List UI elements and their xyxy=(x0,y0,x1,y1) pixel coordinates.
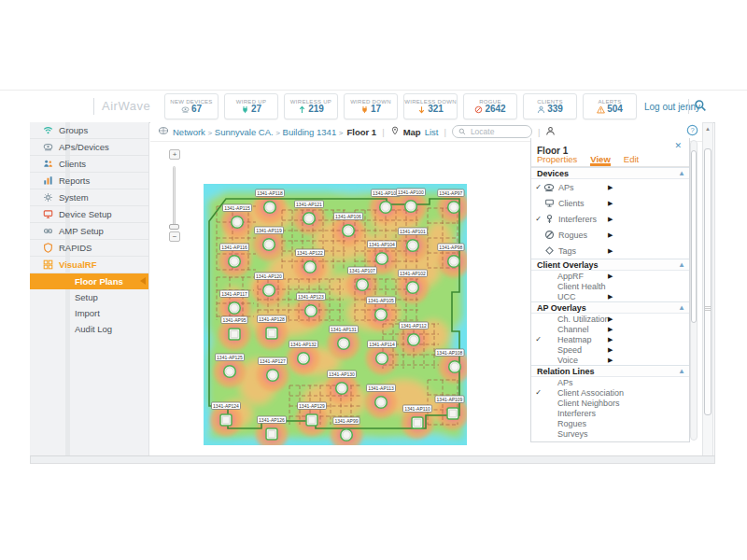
floor-plan-canvas[interactable]: 1341-AP1181341-AP1151341-AP1211341-AP103… xyxy=(204,184,467,445)
ap-marker[interactable] xyxy=(266,428,277,440)
ap-marker[interactable] xyxy=(357,279,369,291)
sidebar-subitem-audit-log[interactable]: Audit Log xyxy=(30,321,148,337)
sidebar-item-aps-devices[interactable]: APs/Devices xyxy=(30,139,148,156)
map-view-toggle[interactable]: Map xyxy=(403,127,421,137)
panel-row-rogues[interactable]: Rogues xyxy=(531,418,689,428)
ap-marker[interactable] xyxy=(232,217,244,229)
expand-arrow-icon[interactable]: ▶ xyxy=(608,357,613,364)
ap-marker[interactable] xyxy=(220,414,232,426)
panel-row-channel[interactable]: Channel▶ xyxy=(531,324,689,334)
ap-marker[interactable] xyxy=(336,383,348,395)
ap-marker[interactable] xyxy=(224,366,236,378)
ap-marker[interactable] xyxy=(375,309,388,321)
panel-scrollbar-thumb[interactable] xyxy=(691,150,697,323)
panel-row-interferers[interactable]: ✓Interferers▶ xyxy=(531,211,689,227)
ap-marker[interactable] xyxy=(304,261,317,273)
stat-box-wired-down[interactable]: WIRED DOWN 17 xyxy=(344,93,398,119)
ap-marker[interactable] xyxy=(447,408,458,419)
panel-row-voice[interactable]: Voice▶ xyxy=(531,355,689,365)
ap-marker[interactable] xyxy=(341,429,353,441)
horizontal-scrollbar[interactable] xyxy=(30,455,715,464)
ap-marker[interactable] xyxy=(263,239,275,251)
stat-box-rogue[interactable]: ROGUE 2642 xyxy=(463,93,517,119)
sidebar-item-reports[interactable]: Reports xyxy=(30,173,148,189)
panel-row-surveys[interactable]: Surveys xyxy=(531,428,689,439)
sidebar-subitem-setup[interactable]: Setup xyxy=(30,289,148,305)
ap-marker[interactable] xyxy=(408,334,420,346)
stat-box-alerts[interactable]: ALERTS 504 xyxy=(583,93,637,119)
sidebar-subitem-import[interactable]: Import xyxy=(30,305,148,321)
ap-marker[interactable] xyxy=(305,305,317,317)
ap-marker[interactable] xyxy=(338,338,350,350)
sidebar-item-device-setup[interactable]: Device Setup xyxy=(30,206,148,223)
stat-box-wired-up[interactable]: WIRED UP 27 xyxy=(224,93,278,119)
zoom-in-button[interactable]: + xyxy=(169,149,180,160)
sidebar-item-visualrf[interactable]: VisualRF xyxy=(30,257,148,273)
ap-marker[interactable] xyxy=(448,256,460,268)
breadcrumb-link[interactable]: Network xyxy=(173,127,205,137)
panel-row-apprf[interactable]: AppRF▶ xyxy=(531,271,689,281)
ap-marker[interactable] xyxy=(407,240,419,252)
stat-box-wireless-down[interactable]: WIRELESS DOWN 321 xyxy=(403,93,458,119)
ap-marker[interactable] xyxy=(266,328,277,339)
panel-row-interferers[interactable]: Interferers xyxy=(531,408,689,418)
section-header-client-overlays[interactable]: Client Overlays▴ xyxy=(531,259,689,271)
panel-row-tags[interactable]: Tags▶ xyxy=(531,243,689,259)
sidebar-item-rapids[interactable]: RAPIDS xyxy=(30,240,148,257)
section-header-relation-lines[interactable]: Relation Lines▴ xyxy=(531,365,689,377)
sidebar-item-system[interactable]: System xyxy=(30,189,148,206)
stat-box-new-devices[interactable]: NEW DEVICES 67 xyxy=(164,93,218,119)
section-header-devices[interactable]: Devices▴ xyxy=(531,167,689,179)
section-header-ap-overlays[interactable]: AP Overlays▴ xyxy=(531,301,689,314)
expand-arrow-icon[interactable]: ▶ xyxy=(608,231,613,239)
ap-marker[interactable] xyxy=(229,329,240,340)
panel-row-client-association[interactable]: ✓Client Association xyxy=(531,387,689,398)
expand-arrow-icon[interactable]: ▶ xyxy=(608,336,613,343)
list-view-toggle[interactable]: List xyxy=(425,127,439,137)
ap-marker[interactable] xyxy=(229,256,241,268)
user-icon[interactable] xyxy=(545,126,556,138)
sidebar-subitem-floor-plans[interactable]: Floor Plans xyxy=(30,273,148,289)
panel-row-aps[interactable]: ✓APs▶ xyxy=(531,179,689,195)
ap-marker[interactable] xyxy=(263,285,275,297)
panel-row-heatmap[interactable]: ✓Heatmap▶ xyxy=(531,334,689,344)
sidebar-item-clients[interactable]: Clients xyxy=(30,156,148,173)
expand-arrow-icon[interactable]: ▶ xyxy=(608,184,613,191)
panel-scrollbar[interactable] xyxy=(690,140,698,441)
collapse-icon[interactable]: ▴ xyxy=(680,367,684,375)
scroll-up-arrow[interactable]: ▲ xyxy=(703,124,712,133)
locate-search[interactable] xyxy=(452,125,532,138)
tab-view[interactable]: View xyxy=(590,154,610,166)
ap-marker[interactable] xyxy=(229,302,241,315)
expand-arrow-icon[interactable]: ▶ xyxy=(608,273,613,280)
close-icon[interactable]: ✕ xyxy=(674,141,682,150)
ap-marker[interactable] xyxy=(449,361,461,373)
sidebar-item-amp-setup[interactable]: AMP Setup xyxy=(30,223,148,240)
ap-marker[interactable] xyxy=(405,201,417,213)
page-scrollbar[interactable]: ▲ ▼ xyxy=(702,122,713,464)
ap-marker[interactable] xyxy=(267,370,279,382)
collapse-icon[interactable]: ▴ xyxy=(680,303,684,312)
logout-link[interactable]: Log out jenny xyxy=(644,102,700,112)
panel-row-ucc[interactable]: UCC▶ xyxy=(531,291,689,301)
ap-marker[interactable] xyxy=(306,414,317,426)
ap-marker[interactable] xyxy=(303,213,316,225)
expand-arrow-icon[interactable]: ▶ xyxy=(608,216,613,223)
expand-arrow-icon[interactable]: ▶ xyxy=(608,247,613,255)
panel-row-rogues[interactable]: Rogues▶ xyxy=(531,227,689,243)
panel-row-client-neighbors[interactable]: Client Neighbors xyxy=(531,398,689,408)
zoom-slider-track[interactable] xyxy=(173,166,176,230)
ap-marker[interactable] xyxy=(376,353,388,365)
panel-row-ch-utilization[interactable]: Ch. Utilization▶ xyxy=(531,314,689,324)
ap-marker[interactable] xyxy=(343,225,355,237)
panel-row-aps[interactable]: APs xyxy=(531,377,689,387)
collapse-icon[interactable]: ▴ xyxy=(680,169,684,177)
zoom-out-button[interactable]: − xyxy=(169,231,180,242)
ap-marker[interactable] xyxy=(264,202,276,214)
stat-box-wireless-up[interactable]: WIRELESS UP 219 xyxy=(284,93,338,119)
ap-marker[interactable] xyxy=(407,282,419,294)
sidebar-item-groups[interactable]: Groups xyxy=(30,122,148,139)
ap-marker[interactable] xyxy=(375,397,388,409)
page-scrollbar-thumb[interactable] xyxy=(704,148,712,415)
expand-arrow-icon[interactable]: ▶ xyxy=(608,315,613,323)
